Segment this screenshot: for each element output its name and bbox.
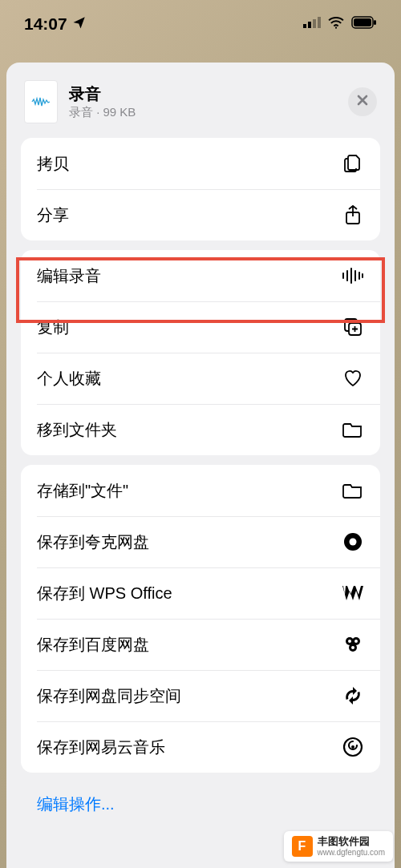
svg-point-19: [350, 539, 357, 546]
file-subtitle: 录音 · 99 KB: [69, 105, 337, 120]
row-save-quark[interactable]: 保存到夸克网盘: [21, 516, 380, 567]
row-duplicate[interactable]: 复制: [21, 301, 380, 353]
svg-rect-3: [318, 17, 321, 28]
share-icon: [342, 204, 364, 226]
row-label: 保存到网易云音乐: [37, 737, 165, 758]
row-label: 移到文件夹: [37, 419, 117, 441]
action-group-1: 拷贝 分享: [21, 138, 380, 240]
status-time-group: 14:07: [24, 14, 87, 34]
action-group-2: 编辑录音 复制 个人收藏 移到文件夹: [21, 250, 380, 455]
duplicate-plus-icon: [342, 316, 364, 338]
row-label: 拷贝: [37, 153, 69, 175]
watermark: F 丰图软件园 www.dgfengtu.com: [284, 831, 394, 862]
row-save-baidu[interactable]: 保存到百度网盘: [21, 619, 380, 670]
file-title: 录音: [69, 84, 337, 103]
battery-icon: [351, 16, 377, 32]
svg-point-25: [351, 646, 354, 649]
sync-icon: [342, 684, 364, 707]
netease-music-icon: [342, 736, 364, 758]
wps-icon: [342, 582, 364, 604]
row-copy[interactable]: 拷贝: [21, 138, 380, 189]
status-time: 14:07: [24, 14, 67, 34]
close-button[interactable]: [348, 87, 377, 116]
signal-icon: [303, 17, 321, 31]
location-icon: [72, 14, 87, 34]
copy-pages-icon: [342, 152, 364, 175]
share-sheet: 录音 录音 · 99 KB 拷贝 分享 编辑录音: [6, 63, 395, 868]
row-edit-recording[interactable]: 编辑录音: [21, 250, 380, 301]
folder-icon: [342, 418, 364, 441]
row-save-wps[interactable]: 保存到 WPS Office: [21, 567, 380, 619]
watermark-url: www.dgfengtu.com: [318, 848, 386, 857]
row-save-files[interactable]: 存储到"文件": [21, 465, 380, 516]
svg-point-24: [354, 640, 358, 643]
svg-rect-0: [303, 24, 306, 28]
svg-rect-6: [354, 18, 371, 26]
waveform-icon: [342, 264, 364, 287]
baidu-cloud-icon: [342, 633, 364, 656]
svg-rect-2: [313, 19, 316, 28]
folder-icon: [342, 479, 364, 502]
sheet-header: 录音 录音 · 99 KB: [21, 77, 380, 138]
row-label: 个人收藏: [37, 368, 101, 390]
row-label: 保存到百度网盘: [37, 634, 149, 656]
watermark-logo: F: [292, 836, 313, 857]
status-bar: 14:07: [0, 0, 401, 48]
file-thumbnail: [24, 80, 58, 123]
wifi-icon: [327, 16, 345, 32]
row-move-folder[interactable]: 移到文件夹: [21, 404, 380, 455]
status-right: [303, 16, 377, 32]
row-label: 分享: [37, 204, 69, 226]
file-info: 录音 录音 · 99 KB: [69, 84, 337, 120]
svg-point-23: [348, 640, 351, 643]
row-label: 保存到网盘同步空间: [37, 685, 181, 707]
edit-actions-link[interactable]: 编辑操作...: [21, 782, 380, 815]
svg-rect-1: [308, 22, 311, 28]
row-label: 复制: [37, 317, 69, 338]
row-label: 保存到 WPS Office: [37, 583, 172, 604]
svg-point-27: [351, 745, 354, 749]
watermark-title: 丰图软件园: [318, 836, 386, 847]
close-icon: [356, 94, 369, 110]
row-share[interactable]: 分享: [21, 189, 380, 240]
row-favorite[interactable]: 个人收藏: [21, 353, 380, 404]
row-label: 编辑录音: [37, 265, 101, 287]
heart-icon: [342, 367, 364, 390]
svg-point-4: [335, 27, 337, 29]
row-label: 保存到夸克网盘: [37, 531, 149, 553]
row-save-sync[interactable]: 保存到网盘同步空间: [21, 670, 380, 721]
row-save-netease[interactable]: 保存到网易云音乐: [21, 721, 380, 773]
svg-rect-7: [374, 20, 376, 25]
row-label: 存储到"文件": [37, 480, 128, 502]
quark-icon: [342, 531, 364, 553]
action-group-3: 存储到"文件" 保存到夸克网盘 保存到 WPS Office 保存到百度网盘 保…: [21, 465, 380, 773]
